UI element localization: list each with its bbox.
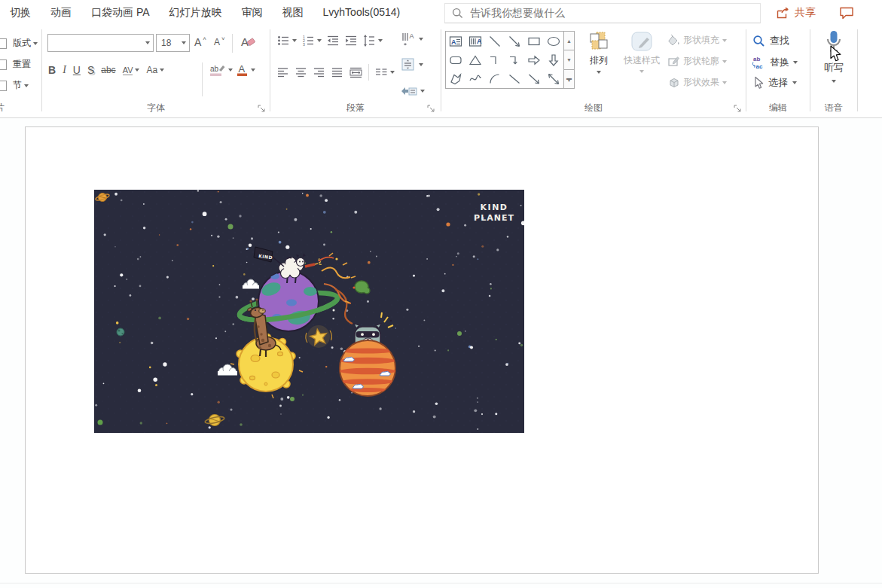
tab-6[interactable]: 视图 [273,0,313,25]
line-spacing-icon [362,34,376,47]
distribute-text-button[interactable] [349,66,363,79]
justify-button[interactable] [331,66,343,79]
share-button[interactable]: 共享 [776,0,816,25]
shape-elbow-arrow-connector-icon[interactable] [507,53,522,68]
shape-oval-icon[interactable] [546,34,561,49]
grow-font-button[interactable]: A˄ [194,35,206,48]
reset-button[interactable]: 重置 [0,58,31,71]
shape-rectangle-icon[interactable] [526,34,542,49]
change-case-button[interactable]: Aa [146,65,164,75]
align-left-button[interactable] [276,66,289,79]
arrange-button[interactable]: 排列 [581,31,616,74]
shape-elbow-connector-icon[interactable] [487,53,502,68]
tab-2[interactable]: 动画 [41,0,81,25]
shape-rounded-rectangle-icon[interactable] [448,53,463,68]
green-dot-3 [98,420,103,425]
tab-1[interactable]: 切换 [0,0,41,25]
select-button[interactable]: 选择 [752,76,797,90]
font-dialog-launcher[interactable] [258,105,266,113]
search-icon [452,8,463,19]
select-icon [752,76,764,90]
quick-styles-icon [629,31,655,52]
search-placeholder: 告诉我你想要做什么 [470,7,565,20]
shape-text-box-icon[interactable]: A [448,34,463,49]
comments-button[interactable] [839,0,854,25]
shape-fill-button: 形状填充 [667,34,727,47]
svg-text:ac: ac [756,63,763,70]
font-color-button[interactable]: A [237,62,255,78]
increase-indent-button[interactable] [344,34,358,47]
font-size-combo[interactable]: 18 [156,34,190,52]
shape-scribble-icon[interactable] [468,72,483,87]
slides-group: 版式 重置 节 片 [0,25,41,117]
green-dot-2 [290,397,295,401]
replace-button[interactable]: ab ac 替换 [751,55,798,69]
shape-down-arrow-icon[interactable] [546,53,561,68]
shape-arrow-icon[interactable] [507,34,522,49]
character-spacing-button[interactable]: AV [123,66,140,75]
tab-3[interactable]: 口袋动画 PA [81,0,160,25]
reset-icon [0,59,7,70]
svg-text:3: 3 [303,42,305,47]
share-label: 共享 [795,6,816,20]
italic-button[interactable]: I [63,64,66,76]
find-button[interactable]: 查找 [752,34,789,47]
tab-4[interactable]: 幻灯片放映 [160,0,232,25]
shape-double-arrow-icon[interactable] [546,72,561,87]
shape-outline-button: 形状轮廓 [667,55,727,68]
section-button[interactable]: 节 [0,79,29,92]
brand-line1: KIND [481,203,508,212]
strikethrough-button[interactable]: abc [101,65,115,75]
align-right-button[interactable] [313,66,325,79]
teal-planet [117,328,124,336]
shape-vertical-text-box-icon[interactable]: A [468,34,483,49]
kind-planet-illustration: KIND [94,190,524,433]
bullets-button[interactable] [276,34,297,47]
underline-button[interactable]: U [73,64,81,76]
bold-button[interactable]: B [48,64,56,76]
brand-line2: PLANET [474,213,514,223]
decrease-indent-button[interactable] [326,34,340,47]
shape-line-icon[interactable] [487,34,502,49]
bullets-icon [276,34,290,47]
shape-arc-icon[interactable] [487,72,502,87]
highlight-color-button[interactable]: ab [209,62,233,78]
tell-me-search[interactable]: 告诉我你想要做什么 [444,3,761,23]
numbering-button[interactable]: 123 [301,34,322,47]
layout-icon [0,38,7,49]
layout-button[interactable]: 版式 [0,37,38,50]
tab-5[interactable]: 审阅 [232,0,273,25]
paragraph-dialog-launcher[interactable] [427,105,435,113]
orange-dot-1 [446,222,450,226]
shape-freeform-icon[interactable] [448,72,463,87]
slide-image[interactable]: KIND [94,190,524,433]
shapes-scroll-down[interactable]: ▼ [563,50,575,69]
shape-right-arrow-icon[interactable] [526,53,542,68]
align-text-button[interactable] [400,56,423,73]
slides-group-label: 片 [0,102,41,114]
line-spacing-button[interactable] [362,34,383,47]
shape-arrow-2-icon[interactable] [526,72,542,87]
align-text-icon [400,56,417,73]
shapes-more-button[interactable]: ▬▼ [563,70,575,89]
shapes-gallery: AA [445,31,564,89]
voice-group: 听写 语音 [810,25,857,117]
tab-7[interactable]: LvyhTools(0514) [313,0,410,25]
text-shadow-button[interactable]: S [87,64,94,76]
find-icon [752,35,765,47]
align-center-button[interactable] [295,66,307,79]
convert-to-smartart-button[interactable] [400,84,425,99]
columns-button[interactable] [374,66,395,79]
shapes-scroll-up[interactable]: ▲ [563,31,575,50]
shape-triangle-icon[interactable] [468,53,483,68]
text-direction-button[interactable]: A [400,31,423,47]
font-name-combo[interactable] [47,34,154,52]
text-direction-icon: A [400,31,417,47]
clear-formatting-button[interactable]: A [240,34,256,49]
shape-effects-button: 形状效果 [667,76,727,89]
slide-canvas[interactable]: KIND [25,126,819,574]
green-dot-4 [457,331,462,336]
shape-line-2-icon[interactable] [507,72,522,87]
drawing-dialog-launcher[interactable] [734,105,742,113]
shrink-font-button[interactable]: A˅ [214,35,225,47]
